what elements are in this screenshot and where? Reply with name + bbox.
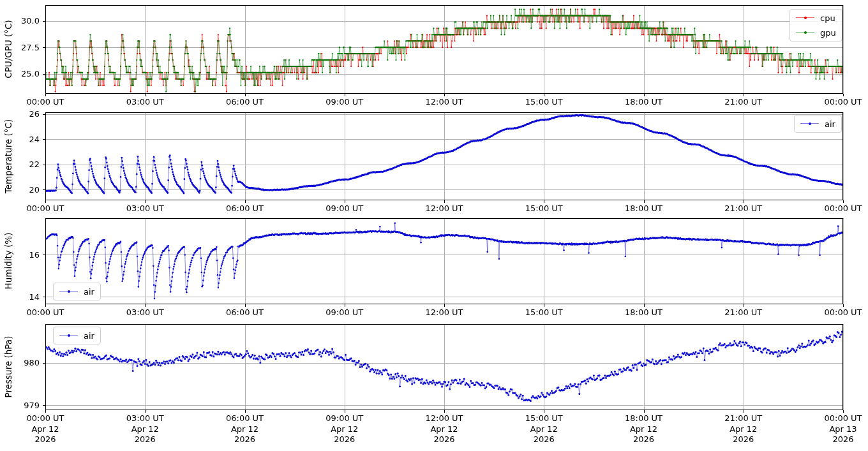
- x-tick-label: 18:00 UT Apr 12 2026: [602, 413, 685, 445]
- legend-line-sample: [796, 18, 814, 18]
- y-tick-label: 979: [0, 401, 40, 410]
- x-tick-label: 15:00 UT: [502, 307, 585, 318]
- y-tick-label: 25.0: [0, 69, 40, 78]
- x-tick-label: 09:00 UT: [303, 97, 386, 108]
- x-tick-label: 03:00 UT: [103, 307, 186, 318]
- y-tick-label: 14: [0, 292, 40, 302]
- y-tick-label: 980: [0, 358, 40, 367]
- x-tick-label: 00:00 UT: [802, 203, 868, 214]
- x-tick-label: 21:00 UT: [702, 97, 785, 108]
- x-tick-label: 00:00 UT: [4, 203, 87, 214]
- x-tick-label: 00:00 UT: [802, 97, 868, 108]
- legend-humidity: air: [53, 283, 101, 300]
- x-tick-label: 09:00 UT: [303, 307, 386, 318]
- legend-marker-icon: [804, 17, 807, 19]
- x-tick-label: 15:00 UT: [502, 203, 585, 214]
- y-tick-label: 20: [0, 185, 40, 195]
- legend-marker-icon: [68, 290, 70, 293]
- x-tick-label: 09:00 UT Apr 12 2026: [303, 413, 386, 445]
- y-tick-label: 24: [0, 135, 40, 144]
- figure: CPU/GPU (°C) Temperature (°C) Humidity (…: [0, 0, 868, 451]
- x-tick-label: 21:00 UT: [702, 307, 785, 318]
- x-tick-label: 00:00 UT Apr 13 2026: [802, 413, 868, 445]
- legend-marker-icon: [804, 31, 807, 34]
- y-tick-label: 30.0: [0, 16, 40, 26]
- x-tick-label: 06:00 UT: [204, 203, 287, 214]
- x-tick-label: 06:00 UT: [204, 307, 287, 318]
- legend-marker-icon: [68, 334, 70, 337]
- x-tick-label: 03:00 UT: [103, 97, 186, 108]
- x-tick-label: 21:00 UT Apr 12 2026: [702, 413, 785, 445]
- humidity-axis-label: Humidity (%): [3, 233, 13, 290]
- legend-temperature: air: [794, 115, 842, 133]
- legend-label: air: [825, 119, 835, 129]
- temperature-axis-label: Temperature (°C): [3, 119, 13, 194]
- legend-label: cpu: [820, 13, 835, 23]
- x-tick-label: 03:00 UT Apr 12 2026: [103, 413, 186, 445]
- legend-marker-icon: [809, 122, 811, 125]
- x-tick-label: 18:00 UT: [602, 307, 685, 318]
- x-tick-label: 18:00 UT: [602, 203, 685, 214]
- legend-line-sample: [796, 33, 814, 33]
- legend-entry: air: [59, 286, 94, 297]
- x-tick-label: 00:00 UT: [4, 307, 87, 318]
- x-tick-label: 12:00 UT: [403, 203, 486, 214]
- legend-pressure: air: [53, 327, 101, 344]
- charts-canvas: [0, 0, 868, 451]
- x-tick-label: 00:00 UT: [4, 97, 87, 108]
- x-tick-label: 12:00 UT Apr 12 2026: [403, 413, 486, 445]
- legend-entry: air: [800, 118, 835, 129]
- legend-label: air: [84, 287, 94, 297]
- x-tick-label: 09:00 UT: [303, 203, 386, 214]
- y-tick-label: 22: [0, 159, 40, 169]
- x-tick-label: 03:00 UT: [103, 203, 186, 214]
- x-tick-label: 15:00 UT: [502, 97, 585, 108]
- y-tick-label: 16: [0, 250, 40, 260]
- y-tick-label: 26: [0, 109, 40, 119]
- x-tick-label: 18:00 UT: [602, 97, 685, 108]
- legend-line-sample: [59, 336, 78, 336]
- x-tick-label: 00:00 UT Apr 12 2026: [4, 413, 87, 445]
- x-tick-label: 15:00 UT Apr 12 2026: [502, 413, 585, 445]
- x-tick-label: 12:00 UT: [403, 97, 486, 108]
- x-tick-label: 21:00 UT: [702, 203, 785, 214]
- y-tick-label: 27.5: [0, 43, 40, 52]
- legend-line-sample: [800, 124, 819, 124]
- legend-label: air: [84, 331, 94, 341]
- legend-entry: cpu: [796, 12, 836, 24]
- legend-entry: gpu: [796, 27, 836, 38]
- legend-cpu-gpu: cpugpu: [789, 9, 842, 41]
- legend-line-sample: [59, 292, 78, 292]
- x-tick-label: 06:00 UT: [204, 97, 287, 108]
- x-tick-label: 12:00 UT: [403, 307, 486, 318]
- legend-label: gpu: [820, 28, 836, 38]
- x-tick-label: 06:00 UT Apr 12 2026: [204, 413, 287, 445]
- legend-entry: air: [59, 330, 94, 341]
- x-tick-label: 00:00 UT: [802, 307, 868, 318]
